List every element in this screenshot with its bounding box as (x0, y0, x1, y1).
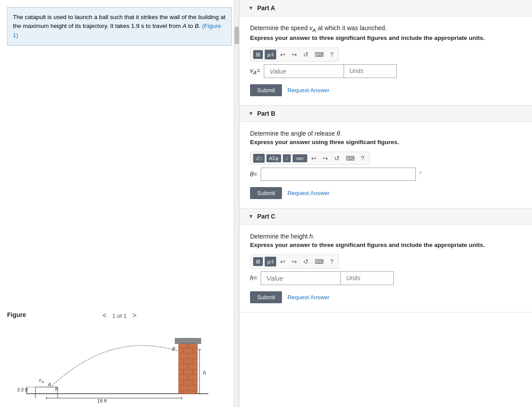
part-a-var: vA (309, 24, 316, 31)
part-c-arrow-icon: ▼ (248, 213, 254, 219)
part-b-instruction: Express your answer using three signific… (250, 139, 521, 145)
part-a-toolbar: ⊞ μA ↩ ↪ ↺ ⌨ ? (250, 47, 339, 62)
help-button-b[interactable]: ? (359, 154, 367, 163)
part-c-description: Determine the height h. (250, 233, 521, 240)
part-b-body: Determine the angle of release θ. Expres… (239, 122, 532, 208)
svg-rect-45 (175, 338, 201, 344)
part-b-toolbar: √□ ΑΣφ ↕ vec ↩ ↪ ↺ ⌨ ? (250, 152, 370, 165)
part-c-header[interactable]: ▼ Part C (239, 208, 532, 225)
part-b-var: θ (336, 130, 340, 137)
part-a-units-input[interactable] (344, 64, 397, 78)
keyboard-button-c[interactable]: ⌨ (313, 257, 326, 266)
sort-button-b[interactable]: ↕ (283, 154, 291, 162)
part-c-var: h (309, 233, 313, 240)
reset-button-c[interactable]: ↺ (301, 257, 311, 266)
svg-text:A: A (41, 380, 44, 384)
reset-button-b[interactable]: ↺ (332, 154, 342, 163)
svg-text:B: B (172, 346, 175, 352)
vec-button-b[interactable]: vec (293, 154, 307, 162)
mu-button-a[interactable]: μA (265, 50, 276, 59)
svg-text:θ: θ (55, 387, 58, 391)
redo-button-b[interactable]: ↪ (321, 154, 330, 163)
svg-text:h: h (203, 370, 206, 376)
part-a-request-answer[interactable]: Request Answer (287, 87, 329, 94)
part-a-title: Part A (257, 4, 275, 12)
part-b-description: Determine the angle of release θ. (250, 130, 521, 137)
right-panel: ▼ Part A Determine the speed vA at which… (239, 0, 532, 407)
matrix-button-c[interactable]: ⊞ (253, 257, 263, 266)
part-a-value-input[interactable] (264, 64, 344, 78)
scroll-thumb[interactable] (235, 27, 239, 44)
redo-button-a[interactable]: ↪ (289, 50, 299, 59)
part-a-instruction: Express your answer to three significant… (250, 35, 521, 41)
help-button-c[interactable]: ? (328, 257, 336, 266)
figure-svg: 3.5 ft 18 ft A θ v A B (13, 325, 226, 403)
reset-button-a[interactable]: ↺ (301, 50, 311, 59)
part-b-title: Part B (257, 110, 275, 117)
part-c-title: Part C (257, 213, 275, 220)
part-c-request-answer[interactable]: Request Answer (287, 294, 329, 301)
part-a-submit-button[interactable]: Submit (250, 84, 282, 96)
svg-text:A: A (47, 382, 51, 387)
svg-text:18 ft: 18 ft (97, 398, 106, 403)
left-panel: The catapult is used to launch a ball su… (0, 0, 239, 407)
part-b-request-answer[interactable]: Request Answer (287, 190, 329, 196)
part-a-label: vA = (250, 64, 264, 78)
help-button-a[interactable]: ? (328, 50, 336, 59)
undo-button-b[interactable]: ↩ (309, 154, 319, 163)
part-b-arrow-icon: ▼ (248, 110, 254, 117)
keyboard-button-a[interactable]: ⌨ (313, 50, 326, 59)
part-c-submit-button[interactable]: Submit (250, 291, 282, 303)
part-b-answer-row: θ = ° (250, 168, 521, 181)
part-b-value-input[interactable] (261, 168, 416, 181)
part-b-section: ▼ Part B Determine the angle of release … (239, 106, 532, 208)
part-c-body: Determine the height h. Express your ans… (239, 225, 532, 312)
matrix-button-a[interactable]: ⊞ (253, 50, 263, 59)
part-b-header[interactable]: ▼ Part B (239, 106, 532, 122)
part-c-instruction: Express your answer to three significant… (250, 242, 521, 248)
part-a-answer-row: vA = (250, 64, 521, 78)
part-a-section: ▼ Part A Determine the speed vA at which… (239, 0, 532, 106)
part-a-body: Determine the speed vA at which it was l… (239, 16, 532, 105)
part-a-arrow-icon: ▼ (248, 5, 254, 11)
svg-rect-1 (35, 387, 58, 394)
part-c-section: ▼ Part C Determine the height h. Express… (239, 208, 532, 313)
figure-page-indicator: 1 of 1 (112, 313, 127, 319)
part-a-description: Determine the speed vA at which it was l… (250, 24, 521, 33)
part-a-header[interactable]: ▼ Part A (239, 0, 532, 16)
problem-statement: The catapult is used to launch a ball su… (7, 7, 232, 46)
part-c-toolbar: ⊞ μA ↩ ↪ ↺ ⌨ ? (250, 254, 339, 269)
part-c-label: h = (250, 271, 261, 285)
root-button-b[interactable]: √□ (253, 154, 265, 163)
sigma-button-b[interactable]: ΑΣφ (266, 154, 281, 162)
part-b-submit-row: Submit Request Answer (250, 187, 521, 199)
problem-text-main: The catapult is used to launch a ball su… (13, 14, 226, 29)
part-b-label: θ = (250, 168, 261, 181)
part-c-units-input[interactable] (340, 271, 394, 285)
undo-button-a[interactable]: ↩ (278, 50, 288, 59)
scroll-bar[interactable] (234, 0, 239, 407)
degree-symbol: ° (416, 168, 425, 181)
keyboard-button-b[interactable]: ⌨ (344, 154, 357, 163)
redo-button-c[interactable]: ↪ (289, 257, 299, 266)
figure-prev-button[interactable]: < (100, 311, 109, 321)
part-c-answer-row: h = (250, 271, 521, 285)
part-b-submit-button[interactable]: Submit (250, 187, 282, 199)
part-c-submit-row: Submit Request Answer (250, 291, 521, 303)
undo-button-c[interactable]: ↩ (278, 257, 288, 266)
figure-navigation: < 1 of 1 > (100, 311, 139, 321)
figure-label: Figure (7, 311, 26, 318)
mu-button-c[interactable]: μA (265, 257, 276, 266)
part-c-value-input[interactable] (261, 271, 340, 285)
figure-container: 3.5 ft 18 ft A θ v A B (0, 323, 239, 407)
part-a-submit-row: Submit Request Answer (250, 84, 521, 96)
figure-next-button[interactable]: > (130, 311, 139, 321)
